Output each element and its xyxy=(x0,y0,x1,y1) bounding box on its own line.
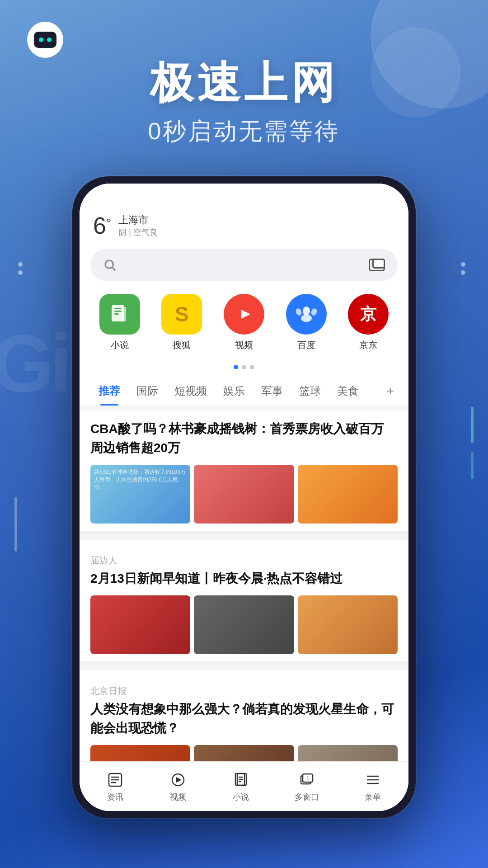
nav-label-menu: 菜单 xyxy=(365,792,381,802)
news-source-2: 届边人 xyxy=(90,554,398,566)
robot-face xyxy=(34,32,56,48)
app-label-sohu: 搜狐 xyxy=(173,339,191,351)
app-logo[interactable] xyxy=(27,22,63,58)
news-img-2-2 xyxy=(194,595,294,654)
bar-left xyxy=(14,497,17,552)
tab-food[interactable]: 美食 xyxy=(329,377,367,406)
search-icon xyxy=(103,258,117,272)
app-item-video[interactable]: 视频 xyxy=(224,294,264,351)
tab-recommend[interactable]: 推荐 xyxy=(90,377,128,406)
app-label-baidu: 百度 xyxy=(297,339,315,351)
app-item-jd[interactable]: 京 京东 xyxy=(348,294,389,351)
pagination-dots xyxy=(80,360,408,377)
phone-inner: 6 ° 上海市 阴 | 空气良 xyxy=(80,184,408,811)
app-icon-novel xyxy=(99,294,140,335)
apps-row: 小说 S 搜狐 xyxy=(80,294,408,351)
svg-line-1 xyxy=(113,268,116,271)
bar-right2 xyxy=(471,452,474,479)
svg-point-11 xyxy=(301,315,312,322)
nav-label-multiwindow: 多窗口 xyxy=(295,792,319,802)
tab-more[interactable]: + xyxy=(383,377,398,406)
nav-label-novel: 小说 xyxy=(233,792,249,802)
svg-point-8 xyxy=(303,307,310,316)
weather-condition: 阴 | 空气良 xyxy=(118,227,158,238)
nav-icon-news xyxy=(106,771,124,789)
svg-rect-5 xyxy=(114,313,119,315)
news-title-2: 2月13日新闻早知道丨昨夜今晨·热点不容错过 xyxy=(90,569,398,588)
search-bar xyxy=(80,243,408,290)
nav-icon-menu xyxy=(364,771,382,789)
dot-3 xyxy=(250,365,254,369)
news-title-3: 人类没有想象中那么强大？倘若真的发现火星生命，可能会出现恐慌？ xyxy=(90,700,398,738)
nav-label-video: 视频 xyxy=(170,792,186,802)
main-title: 极速上网 xyxy=(0,59,488,107)
tab-international[interactable]: 国际 xyxy=(128,377,166,406)
sub-title: 0秒启动无需等待 xyxy=(0,116,488,147)
app-label-novel: 小说 xyxy=(111,339,129,351)
tab-basketball[interactable]: 篮球 xyxy=(291,377,329,406)
divider-2 xyxy=(80,661,408,666)
news-images-2 xyxy=(90,595,398,654)
svg-text:1: 1 xyxy=(306,775,309,780)
svg-rect-4 xyxy=(114,311,122,312)
robot-eye-left xyxy=(39,38,43,42)
tabs-icon[interactable] xyxy=(369,259,385,271)
svg-marker-7 xyxy=(241,310,250,319)
weather-info: 上海市 阴 | 空气良 xyxy=(118,213,158,238)
dot-1 xyxy=(234,365,238,369)
app-icon-baidu xyxy=(286,294,327,335)
phone-content: 6 ° 上海市 阴 | 空气良 xyxy=(80,184,408,811)
news-images-1: 共5321名球迷进场，票房收入约103万人民币，人均总消费约236.6元人民币。 xyxy=(90,465,398,524)
weather-city: 上海市 xyxy=(118,213,158,227)
nav-item-menu[interactable]: 菜单 xyxy=(364,771,382,802)
divider-1 xyxy=(80,531,408,535)
nav-item-news[interactable]: 资讯 xyxy=(106,771,124,802)
news-img-text: 共5321名球迷进场，票房收入约103万人民币，人均总消费约236.6元人民币。 xyxy=(90,465,190,495)
svg-marker-17 xyxy=(176,777,182,783)
tab-entertainment[interactable]: 娱乐 xyxy=(215,377,253,406)
news-source-3: 北京日报 xyxy=(90,685,398,697)
tab-short-video[interactable]: 短视频 xyxy=(166,377,215,406)
app-icon-video xyxy=(224,294,264,335)
news-tabs: 推荐 国际 短视频 娱乐 军事 篮球 美食 + xyxy=(80,377,408,406)
nav-label-news: 资讯 xyxy=(107,792,123,802)
bar-right xyxy=(471,407,474,443)
bottom-nav: 资讯 视频 xyxy=(80,761,408,811)
weather-bar: 6 ° 上海市 阴 | 空气良 xyxy=(80,206,408,243)
app-item-sohu[interactable]: S 搜狐 xyxy=(161,294,202,351)
svg-point-10 xyxy=(310,307,318,316)
tab-military[interactable]: 军事 xyxy=(253,377,291,406)
app-icon-sohu: S xyxy=(161,294,202,335)
svg-point-0 xyxy=(105,260,113,269)
app-label-video: 视频 xyxy=(235,339,253,351)
app-icon-jd: 京 xyxy=(348,294,389,335)
status-bar xyxy=(80,184,408,206)
news-img-2-3 xyxy=(298,595,398,654)
apps-section: 小说 S 搜狐 xyxy=(80,290,408,360)
phone-outer: 6 ° 上海市 阴 | 空气良 xyxy=(72,176,416,818)
news-title-1: CBA酸了吗？林书豪成摇钱树：首秀票房收入破百万 周边销售超20万 xyxy=(90,420,398,458)
svg-rect-6 xyxy=(122,307,126,321)
phone-mockup: 6 ° 上海市 阴 | 空气良 xyxy=(72,176,416,818)
dot-2 xyxy=(242,365,246,369)
weather-temperature: 6 xyxy=(93,214,106,237)
bg-dots-left xyxy=(18,262,23,275)
news-img-1-1: 共5321名球迷进场，票房收入约103万人民币，人均总消费约236.6元人民币。 xyxy=(90,465,190,524)
search-input[interactable] xyxy=(90,249,398,281)
robot-eye-right xyxy=(47,38,52,42)
app-label-jd: 京东 xyxy=(359,339,377,351)
news-img-1-3 xyxy=(298,465,398,524)
news-item-2[interactable]: 届边人 2月13日新闻早知道丨昨夜今晨·热点不容错过 xyxy=(80,540,408,661)
svg-point-9 xyxy=(295,307,302,316)
news-item-1[interactable]: CBA酸了吗？林书豪成摇钱树：首秀票房收入破百万 周边销售超20万 共5321名… xyxy=(80,410,408,531)
app-item-novel[interactable]: 小说 xyxy=(99,294,140,351)
nav-item-multiwindow[interactable]: 1 多窗口 xyxy=(295,771,319,802)
header-section: 极速上网 0秒启动无需等待 xyxy=(0,59,488,147)
app-item-baidu[interactable]: 百度 xyxy=(286,294,327,351)
search-left xyxy=(103,258,117,272)
nav-item-video[interactable]: 视频 xyxy=(169,771,187,802)
nav-icon-novel xyxy=(232,771,250,789)
nav-item-novel[interactable]: 小说 xyxy=(232,771,250,802)
nav-icon-video xyxy=(169,771,187,789)
news-img-2-1 xyxy=(90,595,190,654)
